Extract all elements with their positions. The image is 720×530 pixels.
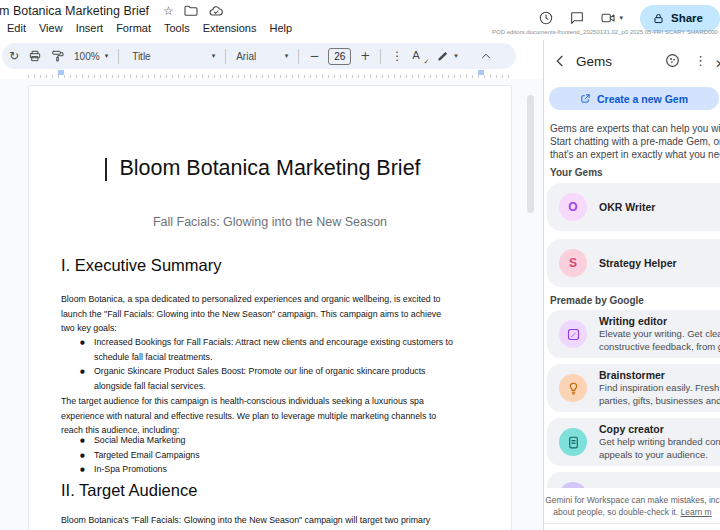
gems-panel: Gems ⋮ ✕ Create a new Gem Gems are exper… xyxy=(543,40,720,530)
gem-okr-writer[interactable]: O OKR Writer xyxy=(547,183,720,231)
bullet-dot: ● xyxy=(80,335,85,350)
lightbulb-icon xyxy=(559,374,587,402)
panel-header: Gems ⋮ ✕ xyxy=(544,48,720,74)
panel-intro: Gems are experts that can help you with … xyxy=(550,122,720,161)
font-size-input[interactable]: 26 xyxy=(328,48,351,65)
doc-line: launch the "Fall Facials: Glowing into t… xyxy=(61,307,493,322)
panel-footer: Gemini for Workspace can make mistakes, … xyxy=(544,488,720,530)
chevron-down-icon: ▾ xyxy=(454,52,458,60)
build-debug-text: POD editors.documents-frontend_20250131.… xyxy=(492,29,720,35)
premade-label: Premade by Google xyxy=(550,295,644,306)
gem-desc: Get help writing branded content th xyxy=(599,436,720,449)
gem-writing-editor[interactable]: Writing editor Elevate your writing. Get… xyxy=(547,310,720,358)
collapse-toolbar-icon[interactable] xyxy=(479,49,493,63)
scrollbar-thumb[interactable] xyxy=(527,95,534,213)
pen-icon xyxy=(436,49,450,63)
doc-subtitle: Fall Facials: Glowing into the New Seaso… xyxy=(29,215,511,229)
doc-paragraph: Bloom Botanica, a spa dedicated to perso… xyxy=(61,292,493,336)
toolbar: ↻ 100% ▾ Title ▾ Arial ▾ − 26 + ⋮ A✓ xyxy=(2,43,516,69)
bullet-dot: ● xyxy=(80,364,85,379)
lock-icon xyxy=(652,12,665,25)
move-folder-icon[interactable] xyxy=(183,3,199,19)
panel-header-icons: ⋮ xyxy=(664,52,707,69)
document-page[interactable]: Bloom Botanica Marketing Brief Fall Faci… xyxy=(28,85,512,530)
letter-a: A xyxy=(412,49,420,62)
print-icon[interactable] xyxy=(28,49,42,63)
indent-marker-right[interactable] xyxy=(478,70,484,75)
gem-desc: constructive feedback, from gramm xyxy=(599,341,720,354)
doc-bullet: ● Increased Bookings for Fall Facials: A… xyxy=(61,335,493,350)
chevron-down-icon[interactable]: ▾ xyxy=(619,14,623,22)
zoom-select[interactable]: 100% ▾ xyxy=(74,51,108,62)
paint-format-icon[interactable] xyxy=(51,49,65,63)
meet-call-button[interactable]: ▾ xyxy=(600,10,623,26)
doc-heading-title: Bloom Botanica Marketing Brief xyxy=(29,156,511,181)
screen: Bloom Botanica Marketing Brief ☆ Edit Vi… xyxy=(0,0,720,530)
open-in-new-icon xyxy=(580,93,591,104)
doc-bullet: ● Social Media Marketing xyxy=(61,433,493,448)
your-gems-label: Your Gems xyxy=(550,167,603,178)
menu-tools[interactable]: Tools xyxy=(164,22,190,34)
panel-menu-icon[interactable]: ⋮ xyxy=(694,53,707,68)
menu-insert[interactable]: Insert xyxy=(76,22,104,34)
footer-line: Gemini for Workspace can make mistakes, … xyxy=(543,494,720,506)
menu-format[interactable]: Format xyxy=(116,22,151,34)
redo-icon[interactable]: ↻ xyxy=(9,50,19,62)
menu-help[interactable]: Help xyxy=(269,22,292,34)
gem-desc: parties, gifts, businesses and more xyxy=(599,395,720,408)
doc-bullet-list: ● Social Media Marketing ● Targeted Emai… xyxy=(61,433,493,477)
document-title-field[interactable]: Bloom Botanica Marketing Brief xyxy=(0,4,158,22)
font-family-select[interactable]: Arial ▾ xyxy=(236,51,288,62)
cloud-status-icon[interactable] xyxy=(208,3,224,19)
learn-more-link[interactable]: Learn m xyxy=(680,507,711,517)
close-panel-icon[interactable]: ✕ xyxy=(715,57,720,71)
increase-font-size-button[interactable]: + xyxy=(360,50,370,62)
back-icon[interactable] xyxy=(552,53,568,69)
gem-strategy-helper[interactable]: S Strategy Helper xyxy=(547,239,720,287)
doc-line: alongside fall facial services. xyxy=(94,381,205,391)
share-button[interactable]: Share xyxy=(640,5,720,32)
doc-bullet-cont: alongside fall facial services. xyxy=(61,379,493,394)
gem-name: OKR Writer xyxy=(599,201,655,213)
doc-heading-2: II. Target Audience xyxy=(61,481,197,500)
version-history-icon[interactable] xyxy=(538,10,554,26)
gem-name: Writing editor xyxy=(599,315,720,327)
divider xyxy=(380,49,381,64)
doc-bullet: ● In-Spa Promotions xyxy=(61,462,493,477)
footer-divider xyxy=(544,523,720,524)
decrease-font-size-button[interactable]: − xyxy=(309,50,319,62)
star-icon[interactable]: ☆ xyxy=(163,3,174,19)
comments-icon[interactable] xyxy=(569,10,585,26)
doc-bullet: ● Targeted Email Campaigns xyxy=(61,448,493,463)
menu-extensions[interactable]: Extensions xyxy=(203,22,257,34)
document-icon xyxy=(559,428,587,456)
create-gem-label: Create a new Gem xyxy=(597,93,688,105)
bullet-dot: ● xyxy=(80,462,85,477)
document-canvas: Bloom Botanica Marketing Brief Fall Faci… xyxy=(0,79,543,530)
paragraph-style-select[interactable]: Title ▾ xyxy=(129,51,215,62)
footer-text: Gemini for Workspace can make mistakes, … xyxy=(545,495,720,505)
doc-line: Social Media Marketing xyxy=(94,435,185,445)
indent-marker-left[interactable] xyxy=(58,70,64,75)
gem-avatar: O xyxy=(559,193,587,221)
doc-paragraph: The target audience for this campaign is… xyxy=(61,394,493,438)
more-options-icon[interactable]: ⋮ xyxy=(391,50,403,62)
doc-line: Organic Skincare Product Sales Boost: Pr… xyxy=(94,366,426,376)
doc-line: Bloom Botanica, a spa dedicated to perso… xyxy=(61,292,493,307)
editing-mode-button[interactable]: ▾ xyxy=(436,49,458,63)
menu-view[interactable]: View xyxy=(39,22,63,34)
doc-line: schedule fall facial treatments. xyxy=(94,352,212,362)
doc-line: experience with natural and effective re… xyxy=(61,409,493,424)
chevron-down-icon: ▾ xyxy=(285,52,289,60)
create-gem-button[interactable]: Create a new Gem xyxy=(549,87,719,110)
chevron-down-icon: ▾ xyxy=(105,52,109,60)
title-actions: ☆ xyxy=(163,3,224,19)
experiments-icon[interactable] xyxy=(664,52,681,69)
gem-brainstormer[interactable]: Brainstormer Find inspiration easily. Fr… xyxy=(547,364,720,412)
spelling-check-icon[interactable]: A✓ xyxy=(412,49,427,64)
doc-paragraph: Bloom Botanica's "Fall Facials: Glowing … xyxy=(61,513,493,528)
share-label: Share xyxy=(671,12,703,24)
gem-copy-creator[interactable]: Copy creator Get help writing branded co… xyxy=(547,418,720,466)
menu-edit[interactable]: Edit xyxy=(7,22,26,34)
docs-titlebar: Bloom Botanica Marketing Brief ☆ Edit Vi… xyxy=(0,0,720,40)
